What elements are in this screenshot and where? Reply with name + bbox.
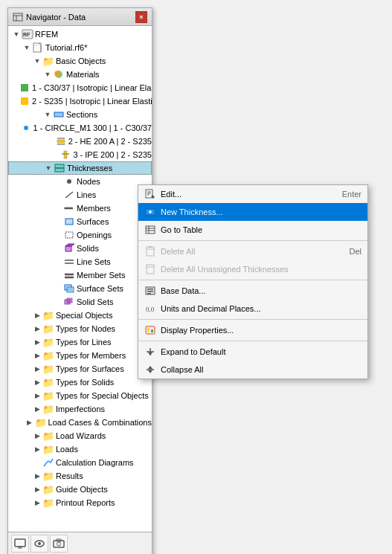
ctx-display-properties[interactable]: Display Properties... <box>138 321 367 339</box>
folder-imperfections-icon: 📁 <box>42 403 54 415</box>
svg-rect-0 <box>13 13 22 21</box>
tree-item-imperfections[interactable]: ▶ 📁 Imperfections <box>8 402 152 416</box>
expand-basic[interactable]: ▼ <box>32 56 42 66</box>
tree-item-types-members[interactable]: ▶ 📁 Types for Members <box>8 349 152 362</box>
tree-container[interactable]: ▼ RF RFEM ▼ Tutorial.rf6* ▼ 📁 Basic Obje… <box>8 26 152 532</box>
svg-rect-31 <box>67 298 72 303</box>
tree-item-mat2[interactable]: ▶ 2 - S235 | Isotropic | Linear Elastic <box>8 94 152 108</box>
expand-results[interactable]: ▶ <box>32 471 42 481</box>
tree-item-types-special[interactable]: ▶ 📁 Types for Special Objects <box>8 389 152 402</box>
types-surfaces-label: Types for Surfaces <box>56 365 124 373</box>
ctx-edit[interactable]: Edit... Enter <box>138 185 367 203</box>
tree-item-types-lines[interactable]: ▶ 📁 Types for Lines <box>8 335 152 349</box>
tree-item-line-sets[interactable]: ▶ Line Sets <box>8 255 152 268</box>
tree-item-surface-sets[interactable]: ▶ Surface Sets <box>8 282 152 295</box>
expand-special[interactable]: ▶ <box>32 310 42 321</box>
sections-icon <box>53 109 65 120</box>
tree-item-thicknesses[interactable]: ▼ Thicknesses <box>8 161 152 175</box>
tree-item-load-wizards[interactable]: ▶ 📁 Load Wizards <box>8 429 152 442</box>
tree-item-member-sets[interactable]: ▶ Member Sets <box>8 268 152 282</box>
folder-printout-icon: 📁 <box>42 497 54 509</box>
monitor-button[interactable] <box>11 535 29 553</box>
tree-item-special-objects[interactable]: ▶ 📁 Special Objects <box>8 309 152 322</box>
tree-item-mat1[interactable]: ▶ 1 - C30/37 | Isotropic | Linear Elasti… <box>8 81 152 94</box>
load-cases-label: Load Cases & Combinations <box>48 419 152 427</box>
tree-item-results[interactable]: ▶ 📁 Results <box>8 469 152 483</box>
expand-materials[interactable]: ▼ <box>42 69 53 80</box>
tree-item-sections[interactable]: ▼ Sections <box>8 108 152 121</box>
ctx-units[interactable]: 0,0 Units and Decimal Places... <box>138 300 367 318</box>
special-objects-label: Special Objects <box>56 312 112 320</box>
svg-rect-56 <box>147 265 154 274</box>
expand-types-nodes[interactable]: ▶ <box>32 323 42 334</box>
tree-item-calc-diagrams[interactable]: ▶ Calculation Diagrams <box>8 456 152 469</box>
expand-printout[interactable]: ▶ <box>32 497 42 508</box>
folder-types-nodes-icon: 📁 <box>42 323 54 335</box>
tree-item-members[interactable]: ▶ Members <box>8 202 152 215</box>
tree-item-loads[interactable]: ▶ 📁 Loads <box>8 442 152 456</box>
tree-item-basic-objects[interactable]: ▼ 📁 Basic Objects <box>8 54 152 68</box>
tree-item-surfaces[interactable]: ▶ Surfaces <box>8 215 152 228</box>
expand-types-members[interactable]: ▶ <box>32 350 42 361</box>
tree-item-sec3[interactable]: ▶ 3 - IPE 200 | 2 - S235 <box>8 148 152 161</box>
tree-item-lines[interactable]: ▶ Lines <box>8 188 152 202</box>
tree-item-nodes[interactable]: ▶ Nodes <box>8 175 152 188</box>
expand-imperfections[interactable]: ▶ <box>32 404 42 414</box>
new-thickness-label: New Thickness... <box>161 207 362 216</box>
expand-types-lines[interactable]: ▶ <box>32 337 42 347</box>
tree-item-rfem[interactable]: ▼ RF RFEM <box>8 28 152 41</box>
expand-load-wizards[interactable]: ▶ <box>32 431 42 441</box>
navigator-window: Navigator - Data × ▼ RF RFEM ▼ Tutorial.… <box>7 7 152 554</box>
eye-icon <box>33 538 45 550</box>
tree-item-materials[interactable]: ▼ Materials <box>8 68 152 81</box>
ctx-base-data[interactable]: Base Data... <box>138 282 367 300</box>
folder-types-lines-icon: 📁 <box>42 336 54 348</box>
expand-types-surfaces[interactable]: ▶ <box>32 364 42 374</box>
expand-guide[interactable]: ▶ <box>32 484 42 495</box>
tree-item-openings[interactable]: ▶ Openings <box>8 228 152 242</box>
tree-item-types-surfaces[interactable]: ▶ 📁 Types for Surfaces <box>8 362 152 376</box>
types-special-label: Types for Special Objects <box>56 392 149 400</box>
ctx-new-thickness[interactable]: New Thickness... <box>138 203 367 221</box>
sec1-label: 1 - CIRCLE_M1 300 | 1 - C30/37 <box>33 124 152 132</box>
ctx-goto-table[interactable]: Go to Table <box>138 221 367 239</box>
svg-line-17 <box>65 192 73 198</box>
close-button[interactable]: × <box>135 11 147 23</box>
tree-item-file[interactable]: ▼ Tutorial.rf6* <box>8 41 152 54</box>
eye-button[interactable] <box>30 535 48 553</box>
tree-item-sec2[interactable]: ▶ 2 - HE 200 A | 2 - S235 <box>8 135 152 148</box>
calc-diagrams-label: Calculation Diagrams <box>56 459 134 467</box>
camera-button[interactable] <box>50 535 68 553</box>
calc-diag-icon <box>42 457 54 468</box>
expand-loads[interactable]: ▶ <box>32 444 42 454</box>
tree-item-solids[interactable]: ▶ Solids <box>8 242 152 255</box>
sec1-icon <box>20 122 32 134</box>
expand-icon <box>144 346 156 358</box>
member-sets-label: Member Sets <box>77 271 125 280</box>
svg-marker-19 <box>64 207 65 210</box>
folder-results-icon: 📁 <box>42 470 54 482</box>
member-sets-icon <box>63 269 75 281</box>
tree-item-guide-objects[interactable]: ▶ 📁 Guide Objects <box>8 483 152 496</box>
expand-rfem[interactable]: ▼ <box>11 29 22 39</box>
tree-item-types-solids[interactable]: ▶ 📁 Types for Solids <box>8 376 152 389</box>
tree-item-sec1[interactable]: ▶ 1 - CIRCLE_M1 300 | 1 - C30/37 <box>8 121 152 135</box>
tree-item-types-nodes[interactable]: ▶ 📁 Types for Nodes <box>8 322 152 335</box>
tree-item-load-cases[interactable]: ▶ 📁 Load Cases & Combinations <box>8 416 152 429</box>
folder-guide-icon: 📁 <box>42 483 54 495</box>
expand-types-special[interactable]: ▶ <box>32 390 42 401</box>
expand-load-cases[interactable]: ▶ <box>25 417 35 428</box>
units-label: Units and Decimal Places... <box>161 304 362 313</box>
expand-thicknesses[interactable]: ▼ <box>43 163 54 173</box>
expand-file[interactable]: ▼ <box>22 42 32 53</box>
ctx-collapse[interactable]: Collapse All <box>138 361 367 379</box>
tree-item-solid-sets[interactable]: ▶ Solid Sets <box>8 295 152 309</box>
expand-sections[interactable]: ▼ <box>42 109 53 120</box>
surfaces-icon <box>63 216 75 228</box>
ctx-expand[interactable]: Expand to Default <box>138 343 367 361</box>
expand-types-solids[interactable]: ▶ <box>32 377 42 387</box>
delete-unassigned-label: Delete All Unassigned Thicknesses <box>161 265 362 274</box>
tree-item-printout[interactable]: ▶ 📁 Printout Reports <box>8 496 152 509</box>
basic-objects-label: Basic Objects <box>56 57 106 65</box>
new-thickness-icon <box>144 206 156 218</box>
